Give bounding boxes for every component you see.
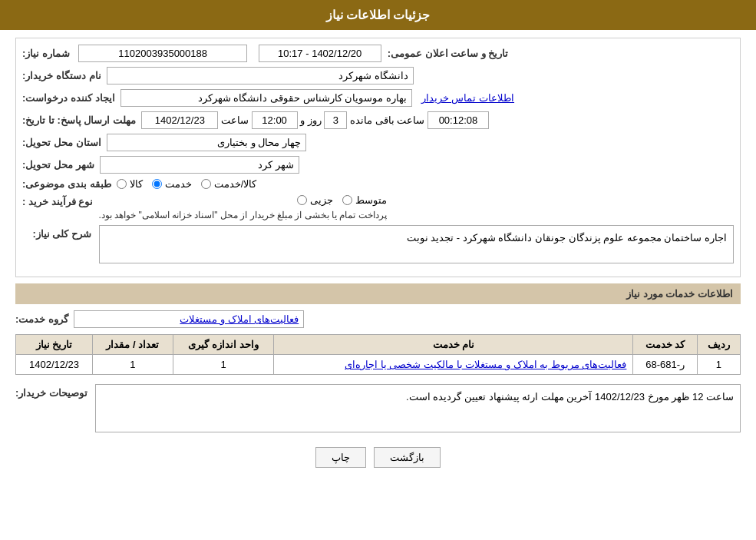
process-jozi-label: جزیی <box>310 194 333 206</box>
category-radio-group: کالا/خدمت خدمت کالا <box>117 178 257 190</box>
cell-service-code: ر-681-68 <box>633 355 698 375</box>
org-name-value: دانشگاه شهرکرد <box>107 67 414 84</box>
process-jozi-radio[interactable] <box>297 195 307 205</box>
date-value: 1402/12/20 - 10:17 <box>259 45 381 62</box>
category-option-khedmat[interactable]: خدمت <box>152 178 192 190</box>
service-group-label: گروه خدمت: <box>15 313 68 325</box>
creator-label: ایجاد کننده درخواست: <box>22 92 115 104</box>
buyer-notes-textarea[interactable]: ساعت 12 ظهر مورخ 1402/12/23 آخرین مهلت ا… <box>95 384 741 432</box>
category-kala-radio[interactable] <box>117 179 127 189</box>
org-name-label: نام دستگاه خریدار: <box>22 70 101 81</box>
days-label: روز و <box>300 114 322 126</box>
buttons-row: بازگشت چاپ <box>15 447 741 468</box>
col-service-code: کد خدمت <box>633 335 698 355</box>
services-table: ردیف کد خدمت نام خدمت واحد اندازه گیری ت… <box>15 334 741 375</box>
cell-service-name: فعالیت‌های مربوط به املاک و مستغلات با م… <box>274 355 633 375</box>
col-unit: واحد اندازه گیری <box>173 335 274 355</box>
col-count: تعداد / مقدار <box>93 335 173 355</box>
process-note: پرداخت تمام یا بخشی از مبلغ خریدار از مح… <box>98 210 386 220</box>
remaining-time-label: ساعت باقی مانده <box>350 114 424 126</box>
description-textarea[interactable]: اجاره ساختمان مجموعه علوم پزندگان جونقان… <box>99 225 734 263</box>
category-kala-khedmat-label: کالا/خدمت <box>214 178 257 190</box>
days-value: 3 <box>324 111 347 129</box>
buyer-notes-label: توصیحات خریدار: <box>15 387 87 399</box>
col-row-num: ردیف <box>697 335 740 355</box>
service-group-value: فعالیت‌های املاک و مستغلات <box>74 310 304 328</box>
col-service-name: نام خدمت <box>274 335 633 355</box>
description-label: شرح کلی نیاز: <box>22 228 91 240</box>
response-date-value: 1402/12/23 <box>141 111 218 129</box>
col-date: تاریخ نیاز <box>16 335 93 355</box>
need-number-label: شماره نیاز: <box>22 48 70 59</box>
province-label: استان محل تحویل: <box>22 137 101 148</box>
process-option-mutawaset[interactable]: متوسط <box>342 194 387 206</box>
category-label: طبقه بندی موضوعی: <box>22 178 111 190</box>
print-button[interactable]: چاپ <box>315 447 366 468</box>
page-header: جزئیات اطلاعات نیاز <box>0 0 756 30</box>
table-row: 1 ر-681-68 فعالیت‌های مربوط به املاک و م… <box>16 355 741 375</box>
category-option-kala[interactable]: کالا <box>117 178 143 190</box>
category-kala-label: کالا <box>130 178 143 190</box>
contact-link[interactable]: اطلاعات تماس خریدار <box>421 92 514 104</box>
response-deadline-label: مهلت ارسال پاسخ: تا تاریخ: <box>22 114 136 126</box>
date-label: تاریخ و ساعت اعلان عمومی: <box>388 48 509 59</box>
process-mutawaset-label: متوسط <box>355 194 387 206</box>
back-button[interactable]: بازگشت <box>374 447 441 468</box>
cell-unit: 1 <box>173 355 274 375</box>
category-khedmat-label: خدمت <box>165 178 192 190</box>
process-radio-group: متوسط جزیی <box>297 194 387 206</box>
category-option-kala-khedmat[interactable]: کالا/خدمت <box>201 178 257 190</box>
city-label: شهر محل تحویل: <box>22 159 94 171</box>
cell-count: 1 <box>93 355 173 375</box>
process-mutawaset-radio[interactable] <box>342 195 352 205</box>
time-value: 12:00 <box>252 111 298 129</box>
remaining-time-value: 00:12:08 <box>428 111 489 129</box>
time-label: ساعت <box>221 114 249 126</box>
services-section-title: اطلاعات خدمات مورد نیاز <box>15 283 741 304</box>
process-option-jozi[interactable]: جزیی <box>297 194 333 206</box>
page-title: جزئیات اطلاعات نیاز <box>326 8 431 22</box>
cell-row-num: 1 <box>697 355 740 375</box>
cell-date: 1402/12/23 <box>16 355 93 375</box>
category-khedmat-radio[interactable] <box>152 179 162 189</box>
province-value: چهار محال و بختیاری <box>107 134 306 151</box>
category-kala-khedmat-radio[interactable] <box>201 179 211 189</box>
need-number-value: 1102003935000188 <box>78 45 247 62</box>
process-label: نوع فرآیند خرید : <box>22 196 93 207</box>
creator-value: بهاره موسویان کارشناس حقوقی دانشگاه شهرک… <box>120 89 412 107</box>
city-value: شهر کرد <box>100 156 299 174</box>
